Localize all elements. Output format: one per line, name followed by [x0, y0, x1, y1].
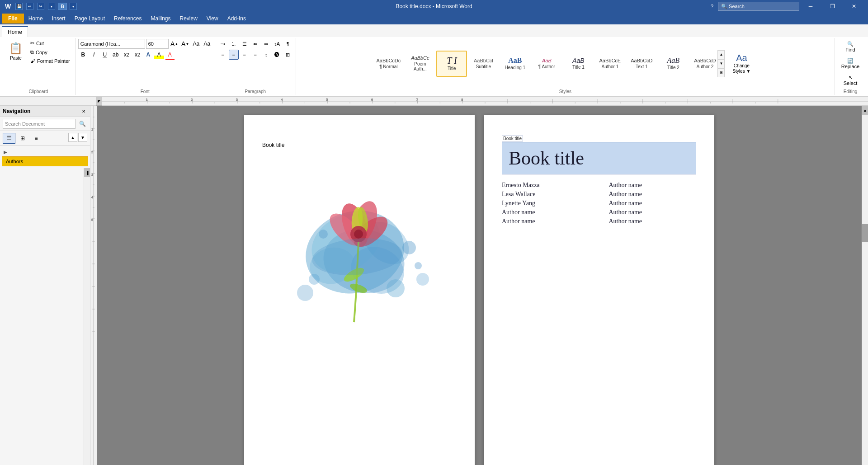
references-menu[interactable]: References: [109, 14, 146, 23]
close-button[interactable]: ✕: [844, 0, 864, 13]
style-subtitle[interactable]: AaBbCcl Subtitle: [468, 51, 499, 77]
insert-menu[interactable]: Insert: [47, 14, 70, 23]
redo-quick-access[interactable]: ↪: [37, 3, 44, 10]
help-icon[interactable]: ?: [707, 4, 717, 9]
shading-button[interactable]: 🅐: [272, 50, 282, 60]
clipboard-group: 📋 Paste ✂ Cut ⧉ Copy 🖌 Format Painter: [2, 38, 75, 95]
sort-button[interactable]: ↕A: [272, 39, 282, 49]
nav-view-results[interactable]: ≡: [30, 133, 42, 144]
numbering-button[interactable]: 1.: [229, 39, 239, 49]
style-author1[interactable]: AaBbCcE Author 1: [594, 51, 625, 77]
underline-button[interactable]: U: [100, 50, 110, 60]
view-menu[interactable]: View: [202, 14, 223, 23]
ruler-toggle[interactable]: ◤: [96, 97, 102, 106]
show-marks-button[interactable]: ¶: [283, 39, 293, 49]
nav-title: Navigation: [3, 108, 30, 114]
paste-button[interactable]: 📋 Paste: [5, 39, 27, 63]
nav-scrollbar[interactable]: ▐: [84, 168, 90, 465]
tab-home[interactable]: Home: [2, 26, 28, 37]
mailings-menu[interactable]: Mailings: [146, 14, 175, 23]
italic-button[interactable]: I: [89, 50, 99, 60]
review-menu[interactable]: Review: [175, 14, 202, 23]
undo-quick-access[interactable]: ↩: [26, 3, 33, 10]
increase-indent-button[interactable]: ⇒: [261, 39, 271, 49]
search-bar[interactable]: 🔍 Search: [718, 2, 799, 11]
align-left-button[interactable]: ≡: [218, 50, 228, 60]
multilevel-button[interactable]: ☰: [240, 39, 250, 49]
copy-button[interactable]: ⧉ Copy: [28, 48, 72, 56]
line-spacing-button[interactable]: ↕: [261, 50, 271, 60]
style-author[interactable]: AaB ¶ Author: [531, 51, 562, 77]
nav-close-button[interactable]: ✕: [80, 108, 87, 115]
scroll-up-arrow[interactable]: ▲: [862, 106, 868, 115]
addins-menu[interactable]: Add-Ins: [223, 14, 250, 23]
save-quick-access[interactable]: 💾: [15, 3, 23, 10]
scroll-thumb[interactable]: [862, 224, 868, 242]
beta-icon[interactable]: B: [58, 3, 67, 10]
style-title[interactable]: T I Title: [436, 51, 467, 77]
title-bar-left: W 💾 ↩ ↪ ▼ B ▼: [4, 2, 78, 11]
grow-font-button[interactable]: A▲: [170, 39, 179, 49]
bullets-button[interactable]: ≡•: [218, 39, 228, 49]
author-row-5: Author name Author name: [502, 218, 696, 225]
font-name-select[interactable]: [78, 39, 145, 49]
nav-view-pages[interactable]: ⊞: [16, 133, 29, 144]
format-painter-button[interactable]: 🖌 Format Painter: [28, 57, 72, 65]
styles-scroll-down[interactable]: ▼: [717, 59, 725, 68]
more-quick-access[interactable]: ▼: [70, 3, 77, 10]
style-title2[interactable]: AaB Title 2: [658, 51, 689, 77]
nav-scroll-down[interactable]: ▼: [78, 133, 87, 142]
minimize-button[interactable]: ─: [800, 0, 821, 13]
search-input[interactable]: [3, 119, 75, 129]
search-submit-button[interactable]: 🔍: [77, 119, 87, 129]
nav-scroll-up[interactable]: ▲: [68, 133, 77, 142]
svg-point-87: [416, 273, 429, 286]
align-center-button[interactable]: ≡: [229, 50, 239, 60]
paragraph-group: ≡• 1. ☰ ⇐ ⇒ ↕A ¶ ≡ ≡ ≡ ≡ ↕ 🅐 ⊞: [215, 38, 296, 95]
subscript-button[interactable]: x2: [122, 50, 132, 60]
justify-button[interactable]: ≡: [250, 50, 260, 60]
page-layout-menu[interactable]: Page Layout: [70, 14, 109, 23]
strikethrough-button[interactable]: ab: [111, 50, 121, 60]
style-normal[interactable]: AaBbCcDc ¶ Normal: [373, 51, 404, 77]
style-author2[interactable]: AaBbCcD Author 2: [689, 51, 717, 77]
borders-button[interactable]: ⊞: [283, 50, 293, 60]
change-styles-button[interactable]: Aa ChangeStyles ▼: [726, 51, 757, 76]
style-heading1[interactable]: AaB Heading 1: [500, 51, 530, 77]
font-size-select[interactable]: [146, 39, 169, 49]
change-case-button[interactable]: Aa: [202, 39, 212, 49]
style-text1[interactable]: AaBbCcD Text 1: [626, 51, 657, 77]
customize-quick-access[interactable]: ▼: [48, 3, 55, 10]
book-title-box[interactable]: Book title: [502, 142, 696, 174]
font-row-2: B I U ab x2 x2 A A A: [78, 50, 175, 60]
font-color-button[interactable]: A: [165, 50, 175, 60]
book-title-box-text: Book title: [509, 147, 689, 169]
file-menu[interactable]: File: [2, 14, 24, 23]
cut-button[interactable]: ✂ Cut: [28, 39, 72, 47]
nav-expander[interactable]: ▶: [2, 148, 88, 156]
text-effects-button[interactable]: A: [143, 50, 153, 60]
bold-button[interactable]: B: [78, 50, 88, 60]
shrink-font-button[interactable]: A▼: [180, 39, 190, 49]
align-right-button[interactable]: ≡: [240, 50, 250, 60]
home-menu[interactable]: Home: [24, 14, 47, 23]
right-scrollbar[interactable]: ▲ ▼: [862, 106, 868, 465]
clear-format-button[interactable]: Aa: [191, 39, 201, 49]
style-poem-auth[interactable]: AaBbCc Poem Auth...: [405, 51, 435, 77]
editing-label: Editing: [844, 88, 858, 94]
nav-scroll-thumb[interactable]: ▐: [84, 168, 90, 177]
nav-view-headings[interactable]: ☰: [3, 133, 15, 144]
replace-button[interactable]: 🔄 Replace: [838, 56, 863, 71]
style-title1[interactable]: AaB Title 1: [563, 51, 594, 77]
restore-button[interactable]: ❐: [822, 0, 843, 13]
styles-scroll-up[interactable]: ▲: [717, 50, 725, 59]
nav-section-authors[interactable]: Authors: [2, 156, 88, 166]
styles-more[interactable]: ⊞: [717, 68, 725, 77]
book-title-container: Book title Book title: [502, 142, 696, 174]
decrease-indent-button[interactable]: ⇐: [250, 39, 260, 49]
find-button[interactable]: 🔍 Find: [838, 39, 863, 55]
nav-view-buttons: ☰ ⊞ ≡ ▲ ▼: [0, 131, 90, 146]
select-button[interactable]: ↖ Select: [838, 72, 863, 88]
superscript-button[interactable]: x2: [132, 50, 142, 60]
highlight-button[interactable]: A: [154, 50, 164, 60]
